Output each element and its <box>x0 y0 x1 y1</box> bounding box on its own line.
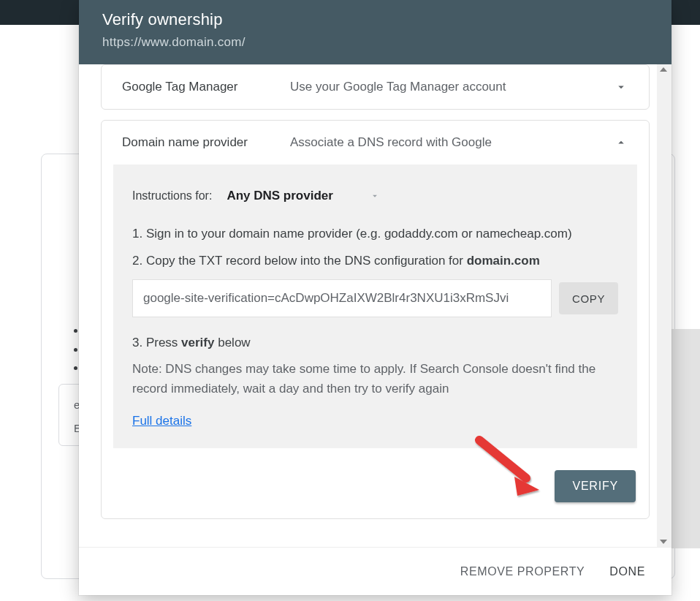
remove-property-button[interactable]: REMOVE PROPERTY <box>460 565 585 578</box>
step-3-bold: verify <box>181 336 214 349</box>
step-2: 2. Copy the TXT record below into the DN… <box>132 252 618 271</box>
chevron-down-icon <box>614 80 628 94</box>
txt-record-input[interactable]: google-site-verification=cAcDwpOHZaIXW2B… <box>132 279 552 317</box>
panel-title: Google Tag Manager <box>122 80 283 94</box>
panel-desc: Use your Google Tag Manager account <box>290 80 606 94</box>
instructions-for-label: Instructions for: <box>132 187 212 205</box>
dialog-title: Verify ownership <box>102 10 648 29</box>
panel-header-gtm[interactable]: Google Tag Manager Use your Google Tag M… <box>102 65 649 109</box>
panel-desc: Associate a DNS record with Google <box>290 135 606 150</box>
dropdown-icon <box>370 191 380 201</box>
panel-title: Domain name provider <box>122 135 283 150</box>
step-1: 1. Sign in to your domain name provider … <box>132 224 618 243</box>
dialog-body: Google Tag Manager Use your Google Tag M… <box>79 64 672 547</box>
step-2-domain: domain.com <box>467 254 540 268</box>
step-3: 3. Press verify below <box>132 333 618 352</box>
dialog-footer: REMOVE PROPERTY DONE <box>79 547 672 595</box>
step-3-prefix: 3. Press <box>132 336 181 349</box>
scrollbar[interactable] <box>657 64 672 547</box>
dialog-subtitle: https://www.domain.com/ <box>102 35 648 50</box>
dialog-header: Verify ownership https://www.domain.com/ <box>79 0 672 64</box>
step-2-prefix: 2. Copy the TXT record below into the DN… <box>132 254 467 268</box>
dns-provider-selected: Any DNS provider <box>227 186 332 205</box>
panel-google-tag-manager: Google Tag Manager Use your Google Tag M… <box>101 64 650 110</box>
verify-button[interactable]: VERIFY <box>555 470 636 502</box>
instructions-for-row: Instructions for: Any DNS provider <box>132 184 618 208</box>
panel-body-dns: Instructions for: Any DNS provider 1. Si… <box>113 165 637 448</box>
full-details-link[interactable]: Full details <box>132 412 191 431</box>
dns-note: Note: DNS changes may take some time to … <box>132 360 618 398</box>
step-3-suffix: below <box>214 336 250 349</box>
txt-record-row: google-site-verification=cAcDwpOHZaIXW2B… <box>132 279 618 317</box>
panel-domain-name-provider: Domain name provider Associate a DNS rec… <box>101 120 650 519</box>
panel-header-dns[interactable]: Domain name provider Associate a DNS rec… <box>102 121 649 165</box>
copy-button[interactable]: COPY <box>559 282 618 314</box>
verify-ownership-dialog: Verify ownership https://www.domain.com/… <box>79 0 672 595</box>
chevron-up-icon <box>614 135 628 150</box>
dns-provider-select[interactable]: Any DNS provider <box>222 184 384 208</box>
done-button[interactable]: DONE <box>609 565 645 578</box>
verify-row: VERIFY <box>102 460 649 518</box>
